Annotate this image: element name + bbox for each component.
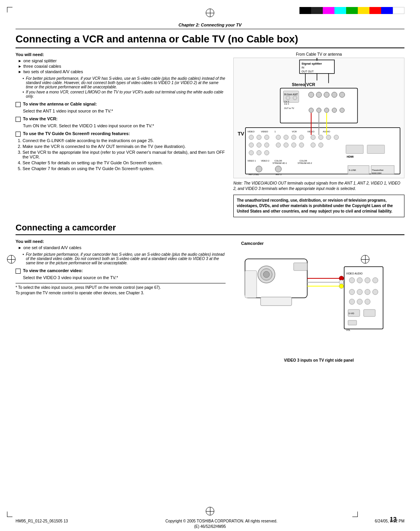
footer-left: HM95_R1_012-25_061505 13 <box>16 519 68 523</box>
checkbox-label-2: To view the VCR: <box>23 116 58 121</box>
chapter-header-full: Chapter 2: Connecting your TV <box>178 23 242 27</box>
svg-point-40 <box>257 135 261 140</box>
checkbox-1[interactable] <box>16 102 21 107</box>
step-3: Set the VCR to the appropriate line inpu… <box>23 150 226 159</box>
color-bar-yellow <box>358 7 369 14</box>
crosshair-bottom <box>206 507 214 515</box>
checkbox-section-cam: To view the camcorder video: Select the … <box>16 268 226 280</box>
footer-center: Copyright © 2005 TOSHIBA CORPORATION. Al… <box>165 519 277 523</box>
step-2: Make sure the VCR is connected to the A/… <box>23 144 226 149</box>
warning-text: The unauthorized recording, use, distrib… <box>237 198 393 213</box>
svg-point-13 <box>293 96 297 100</box>
camcorder-label: Camcorder <box>241 241 404 246</box>
you-will-need-label-2: You will need: <box>16 239 226 244</box>
you-will-need-label: You will need: <box>16 52 226 57</box>
sub-bullet-1: For better picture performance, if your … <box>23 76 226 89</box>
two-col-section1: You will need: one signal splitter three… <box>16 52 404 217</box>
footnote: * To select the video input source, pres… <box>16 283 226 296</box>
svg-point-71 <box>256 166 262 172</box>
page-wrapper: Chapter 2: Connecting your TV Connecting… <box>0 0 420 531</box>
svg-text:S-LINK: S-LINK <box>349 169 356 171</box>
svg-text:VIDEO: VIDEO <box>261 130 268 133</box>
bullet-item-3: two sets of standard A/V cables <box>19 69 226 74</box>
corner-mark-br <box>352 512 358 517</box>
svg-point-45 <box>299 135 304 140</box>
footer: HM95_R1_012-25_061505 13 Copyright © 200… <box>16 519 404 523</box>
numbered-list: Connect the G-LINK® cable according to t… <box>23 138 226 171</box>
color-bar-cyan <box>334 7 346 14</box>
svg-point-25 <box>332 108 337 113</box>
svg-text:VIDEO 2: VIDEO 2 <box>261 160 270 162</box>
svg-point-49 <box>334 135 339 140</box>
svg-point-17 <box>308 92 314 98</box>
svg-rect-68 <box>346 145 364 154</box>
svg-point-44 <box>291 135 296 140</box>
svg-text:OUT    OUT: OUT OUT <box>301 70 314 73</box>
svg-text:OUT to TV: OUT to TV <box>284 107 294 109</box>
svg-rect-97 <box>344 267 383 329</box>
color-bar-blue <box>381 7 393 14</box>
vcr-diagram: Signal splitter IN OUT OUT Stereo VCR <box>233 58 404 178</box>
checkbox-3[interactable] <box>16 132 21 137</box>
svg-text:S-VID: S-VID <box>348 312 354 315</box>
corner-mark-bl <box>7 512 12 517</box>
sub-bullet-list-section2: For better picture performance, if your … <box>23 252 226 265</box>
vcr-svg: Signal splitter IN OUT OUT Stereo VCR <box>234 58 404 178</box>
svg-point-42 <box>276 135 281 140</box>
color-bar-black <box>299 7 311 14</box>
svg-text:IEEE1394: IEEE1394 <box>372 172 382 174</box>
svg-point-58 <box>318 143 323 148</box>
page-number: 13 <box>390 516 397 523</box>
svg-point-48 <box>326 135 331 140</box>
svg-text:TheatreNet: TheatreNet <box>372 169 383 171</box>
checkbox-cam[interactable] <box>16 269 21 274</box>
svg-rect-112 <box>364 309 375 316</box>
chapter-header: Chapter 2: Connecting your TV <box>16 23 404 29</box>
checkbox-section-2: To view the VCR: Turn ON the VCR. Select… <box>16 116 226 128</box>
svg-point-20 <box>332 92 337 98</box>
svg-point-18 <box>316 92 322 98</box>
svg-text:ANT 2: ANT 2 <box>276 173 282 176</box>
bullet-list-section1: one signal splitter three coaxial cables… <box>19 58 226 74</box>
color-bar-green <box>346 7 358 14</box>
svg-point-105 <box>365 289 370 295</box>
sub-bullet-2: If you have a mono VCR, connect L/MONO o… <box>23 90 226 98</box>
bullet-item-1: one signal splitter <box>19 58 226 63</box>
diagram-from-label: From Cable TV or antenna <box>233 52 404 56</box>
camcorder-svg: VIDEO AUDIO S-VID <box>233 247 404 356</box>
svg-text:VOL: VOL <box>346 329 350 331</box>
color-bar <box>299 7 404 14</box>
step-4: See Chapter 5 for details on setting up … <box>23 160 226 165</box>
svg-point-22 <box>309 108 313 113</box>
svg-point-87 <box>263 271 270 278</box>
svg-point-54 <box>284 143 289 148</box>
svg-text:VCR: VCR <box>292 130 297 133</box>
svg-rect-88 <box>294 263 307 271</box>
checkbox-section-1: To view the antenna or Cable signal: Sel… <box>16 102 226 113</box>
svg-point-53 <box>276 143 281 148</box>
warning-box: The unauthorized recording, use, distrib… <box>233 195 404 217</box>
bullet-s2-1: one set of standard A/V cables <box>19 245 226 250</box>
section1-title: Connecting a VCR and antenna or Cable TV… <box>16 33 404 48</box>
svg-text:STREAM HD-2: STREAM HD-2 <box>298 162 312 164</box>
svg-text:TV: TV <box>238 131 244 137</box>
color-bar-magenta <box>323 7 334 14</box>
checkbox-line-1: To view the antenna or Cable signal: <box>16 102 226 107</box>
svg-point-60 <box>257 151 261 155</box>
svg-point-12 <box>286 96 290 100</box>
color-bar-dark <box>311 7 323 14</box>
svg-text:Signal splitter: Signal splitter <box>301 62 322 65</box>
note-text-section1: Note: The VIDEO/AUDIO OUT terminals outp… <box>233 181 404 192</box>
bullet-item-2: three coaxial cables <box>19 64 226 69</box>
svg-point-39 <box>249 135 254 140</box>
crosshair-mid-left <box>7 255 16 264</box>
right-col-section1: From Cable TV or antenna Signal splitter… <box>233 52 404 217</box>
svg-text:VIDEO: VIDEO <box>247 130 255 133</box>
svg-point-104 <box>357 289 362 295</box>
two-col-section2: You will need: one set of standard A/V c… <box>16 239 404 362</box>
checkbox-2[interactable] <box>16 117 21 122</box>
step-5: See Chapter 7 for details on using the T… <box>23 166 226 171</box>
svg-point-24 <box>324 108 329 113</box>
checkbox-line-2: To view the VCR: <box>16 116 226 122</box>
section2-title: Connecting a camcorder <box>16 223 404 235</box>
